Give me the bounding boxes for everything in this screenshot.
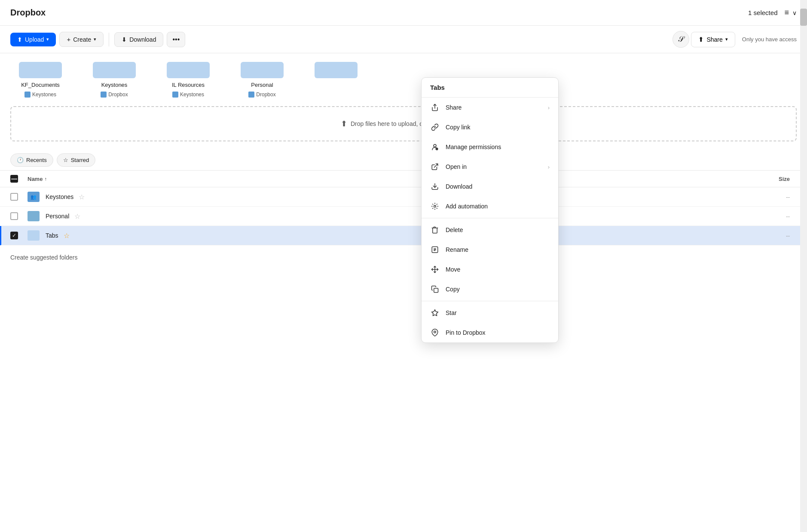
share-icon (430, 103, 440, 112)
indeterminate-icon: — (11, 175, 17, 182)
header: Dropbox 1 selected ≡ ∨ (0, 0, 807, 26)
select-all-checkbox[interactable]: — (10, 175, 18, 183)
permissions-icon (430, 142, 440, 152)
table-row[interactable]: 👥 Keystones ☆ -- (0, 187, 807, 207)
folder-name: Personal (251, 82, 273, 88)
row-checkbox[interactable]: ✓ (10, 232, 18, 239)
svg-line-5 (434, 164, 438, 167)
upload-button[interactable]: ⬆ Upload ▾ (10, 33, 56, 46)
row-check-col: ✓ (10, 232, 28, 239)
sort-icon[interactable]: ↑ (44, 176, 47, 181)
folder-grid: KF_Documents Keystones Keystones Dropbox… (10, 62, 797, 98)
drop-zone[interactable]: ⬆ Drop files here to upload, or click Up… (10, 106, 797, 141)
context-item-label: Manage permissions (446, 144, 550, 150)
scrollbar-thumb[interactable] (800, 9, 807, 26)
row-size-col: -- (754, 193, 797, 200)
header-chevron-icon[interactable]: ∨ (792, 9, 797, 16)
row-check-col (10, 193, 28, 201)
folder-thumbnail (19, 62, 62, 78)
file-name: Personal (46, 213, 69, 220)
more-options-button[interactable]: ••• (167, 32, 185, 47)
star-icon[interactable]: ☆ (74, 212, 80, 220)
context-item-label: Move (446, 266, 550, 273)
folder-thumbnail (241, 62, 284, 78)
context-menu-item-open-in[interactable]: Open in › (422, 157, 558, 177)
context-menu-item-rename[interactable]: Rename (422, 240, 558, 260)
context-item-label: Rename (446, 246, 550, 253)
context-menu-item-move[interactable]: Move (422, 260, 558, 279)
header-right: 1 selected ≡ ∨ (748, 8, 797, 17)
app-title: Dropbox (10, 8, 46, 18)
location-text: Dropbox (256, 92, 275, 98)
folder-thumbnail (93, 62, 136, 78)
folder-item[interactable]: KF_Documents Keystones (10, 62, 70, 98)
main-scrollbar[interactable] (800, 0, 807, 532)
selected-count: 1 selected (748, 9, 777, 16)
menu-icon[interactable]: ≡ (784, 8, 789, 17)
context-menu-item-permissions[interactable]: Manage permissions (422, 137, 558, 157)
folder-location: Keystones (172, 92, 204, 98)
toolbar-divider (109, 33, 109, 46)
context-menu-item-pin[interactable]: Pin to Dropbox (422, 323, 558, 342)
context-menu-item-delete[interactable]: Delete (422, 220, 558, 240)
file-list-header: — Name ↑ Size (0, 171, 807, 187)
share-button[interactable]: ⬆ Share ▾ (691, 32, 735, 47)
folder-item[interactable]: IL Resources Keystones (158, 62, 218, 98)
folder-item[interactable] (306, 62, 366, 98)
upload-chevron-icon: ▾ (46, 37, 49, 42)
context-menu-item-download[interactable]: Download (422, 177, 558, 196)
submenu-arrow-icon: › (548, 104, 550, 111)
share-label: Share (706, 36, 722, 43)
rename-icon (430, 245, 440, 254)
row-name-col: Tabs ☆ (28, 230, 754, 241)
context-menu-item-star[interactable]: Star (422, 303, 558, 323)
context-menu-item-copy[interactable]: Copy (422, 279, 558, 299)
checkmark-icon: ✓ (12, 232, 16, 238)
file-name: Keystones (46, 193, 73, 200)
folder-item[interactable]: Keystones Dropbox (84, 62, 144, 98)
table-row[interactable]: ✓ Tabs ☆ -- (0, 226, 807, 245)
share-section: 𝒮 ⬆ Share ▾ Only you have access (672, 31, 797, 48)
access-text: Only you have access (742, 36, 797, 43)
context-menu: Tabs Share › Copy link Manage permission… (421, 77, 559, 343)
context-item-label: Copy (446, 286, 550, 293)
file-name: Tabs (46, 232, 58, 239)
row-checkbox[interactable] (10, 193, 18, 201)
folder-item[interactable]: Personal Dropbox (232, 62, 292, 98)
context-menu-item-automation[interactable]: Add automation (422, 196, 558, 216)
location-folder-icon (24, 92, 31, 98)
download-button[interactable]: ⬇ Download (114, 32, 163, 47)
context-item-label: Pin to Dropbox (446, 329, 550, 336)
context-menu-item-share[interactable]: Share › (422, 98, 558, 117)
header-left: Dropbox (10, 8, 46, 18)
context-menu-divider (422, 301, 558, 301)
context-menu-item-copy-link[interactable]: Copy link (422, 117, 558, 137)
row-checkbox[interactable] (10, 212, 18, 220)
recents-icon: 🕐 (17, 157, 24, 163)
tab-recents[interactable]: 🕐 Recents (10, 153, 53, 167)
svg-point-7 (434, 205, 436, 208)
starred-icon: ☆ (63, 157, 68, 163)
download-icon: ⬇ (122, 36, 127, 43)
row-size-col: -- (754, 213, 797, 220)
tab-starred[interactable]: ☆ Starred (57, 153, 96, 167)
size-label: Size (779, 176, 790, 182)
create-button[interactable]: + Create ▾ (59, 32, 104, 47)
folder-icon: 👥 (28, 192, 40, 202)
star-icon[interactable]: ☆ (64, 232, 70, 240)
context-item-label: Add automation (446, 203, 550, 210)
context-item-label: Download (446, 183, 550, 190)
context-item-label: Share (446, 104, 542, 111)
folder-name: KF_Documents (21, 82, 60, 88)
svg-rect-11 (434, 288, 438, 293)
download-label: Download (129, 36, 156, 43)
automation-icon (430, 202, 440, 211)
file-size: -- (786, 232, 790, 239)
location-folder-icon (172, 92, 178, 98)
name-column-header[interactable]: Name ↑ (28, 176, 754, 182)
star-icon[interactable]: ☆ (79, 193, 85, 201)
folder-grid-area: KF_Documents Keystones Keystones Dropbox… (0, 53, 807, 98)
open-in-icon (430, 162, 440, 171)
copy-link-button[interactable]: 𝒮 (672, 31, 689, 48)
table-row[interactable]: Personal ☆ -- (0, 207, 807, 226)
